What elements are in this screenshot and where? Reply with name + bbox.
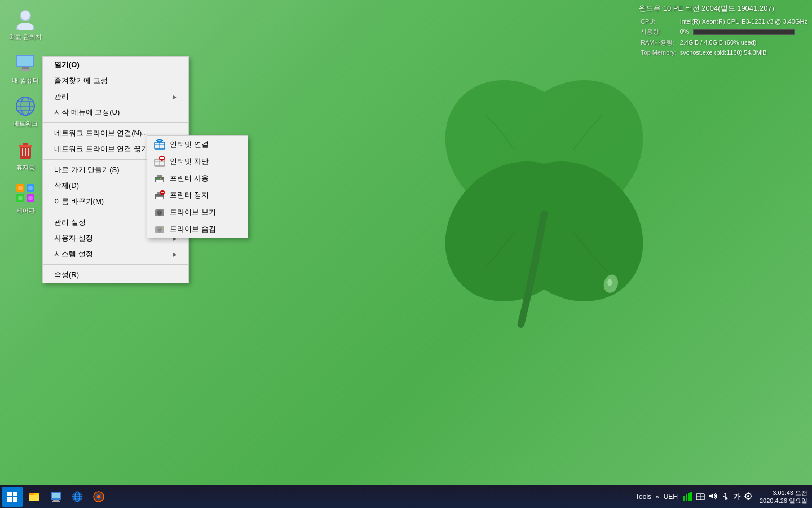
admin-icon-label: 최고 관리자: [9, 33, 42, 41]
svg-point-62: [159, 229, 160, 230]
taskbar-browser2[interactable]: [89, 487, 109, 507]
network-disconnect-icon: [154, 156, 165, 167]
svg-point-33: [18, 196, 23, 200]
svg-rect-65: [13, 492, 17, 496]
cpu-bar-container: [693, 29, 795, 35]
svg-point-99: [747, 495, 749, 497]
svg-point-4: [521, 168, 567, 214]
svg-rect-69: [29, 493, 34, 495]
printer-use-icon: [154, 173, 165, 184]
desktop-icon-control-panel[interactable]: 제어판: [6, 179, 45, 217]
submenu-item-drive-hide[interactable]: 드라이브 숨김: [147, 221, 248, 238]
svg-rect-13: [22, 67, 29, 69]
desktop-icon-trash[interactable]: 휴지통: [6, 136, 45, 174]
ram-value: 2.4GiB / 4.0GiB (60% used): [678, 37, 809, 48]
computer-icon: [14, 51, 37, 74]
submenu: 인터넷 연결 인터넷 차단: [147, 135, 248, 238]
ime-icon[interactable]: 가: [733, 492, 740, 502]
clock-date: 2020.4.26 일요일: [760, 497, 807, 505]
taskbar-right: Tools » UEFI: [636, 489, 810, 505]
drive-hide-icon: [154, 224, 165, 235]
svg-rect-87: [690, 492, 692, 501]
ram-label: RAM사용량:: [639, 37, 678, 48]
svg-rect-86: [688, 493, 690, 501]
trash-icon-label: 휴지통: [16, 163, 35, 172]
cpu-value: Intel(R) Xeon(R) CPU E3-1231 v3 @ 3.40GH…: [678, 16, 809, 27]
desktop-icons: 최고 관리자 내 컴퓨터: [6, 6, 45, 217]
svg-rect-67: [13, 497, 17, 502]
svg-rect-96: [723, 496, 724, 497]
svg-point-6: [607, 279, 612, 286]
control-panel-icon-label: 제어판: [16, 207, 35, 215]
taskbar-clock[interactable]: 3:01:43 오전 2020.4.26 일요일: [760, 489, 807, 505]
svg-rect-47: [157, 178, 159, 179]
svg-rect-73: [53, 500, 59, 501]
svg-point-83: [97, 495, 100, 498]
submenu-item-internet-block[interactable]: 인터넷 차단: [147, 153, 248, 170]
uefi-label[interactable]: UEFI: [664, 493, 679, 501]
settings-icon[interactable]: [744, 492, 753, 502]
svg-rect-72: [52, 493, 60, 498]
taskbar: Tools » UEFI: [0, 485, 812, 508]
network-icon-label: 네트워크: [13, 120, 38, 128]
svg-point-31: [18, 186, 23, 190]
cpu-usage: 0%: [678, 27, 809, 37]
svg-marker-91: [709, 493, 713, 499]
svg-rect-23: [23, 143, 28, 145]
start-button[interactable]: [2, 487, 23, 507]
svg-rect-45: [157, 175, 162, 177]
desktop-icon-computer[interactable]: 내 컴퓨터: [6, 49, 45, 87]
trash-icon: [14, 138, 37, 161]
svg-marker-93: [723, 493, 727, 494]
taskbar-browser[interactable]: [67, 487, 87, 507]
system-title: 윈도우 10 PE 버전 2004(빌드 19041.207): [639, 3, 809, 14]
menu-item-manage[interactable]: 관리 ▶: [43, 89, 188, 104]
top-memory-value: svchost.exe (pid:1180) 54.3MiB: [678, 47, 809, 58]
top-memory-label: Top Memory:: [639, 47, 678, 58]
network-connect-icon: [154, 139, 165, 150]
svg-rect-66: [7, 497, 12, 502]
printer-stop-icon: [154, 190, 165, 201]
svg-rect-58: [162, 211, 163, 211]
admin-icon: [14, 8, 37, 30]
svg-point-34: [28, 196, 33, 200]
cpu-label: CPU:: [639, 16, 678, 27]
menu-arrow-manage: ▶: [173, 94, 177, 100]
menu-separator-1: [43, 122, 188, 123]
taskbar-file-explorer[interactable]: [24, 487, 45, 507]
network-tray-icon[interactable]: [696, 492, 705, 502]
svg-rect-14: [20, 69, 31, 71]
volume-icon[interactable]: [708, 492, 717, 502]
svg-rect-46: [156, 180, 163, 183]
svg-rect-12: [17, 56, 33, 66]
menu-separator-4: [43, 264, 188, 265]
menu-item-pin-favorites[interactable]: 즐겨찾기에 고정: [43, 73, 188, 89]
desktop-icon-network[interactable]: 네트워크: [6, 93, 45, 130]
clock-time: 3:01:43 오전: [760, 489, 807, 497]
svg-rect-48: [160, 178, 161, 179]
menu-item-open[interactable]: 열기(O): [43, 57, 188, 73]
resource-monitor-icon[interactable]: [683, 492, 692, 502]
svg-rect-85: [686, 494, 687, 501]
desktop-icon-admin[interactable]: 최고 관리자: [6, 6, 45, 43]
svg-rect-84: [683, 496, 685, 501]
menu-item-system-settings[interactable]: 시스템 설정 ▶: [43, 246, 188, 262]
system-info-panel: 윈도우 10 PE 버전 2004(빌드 19041.207) CPU: Int…: [639, 3, 809, 58]
menu-item-properties[interactable]: 속성(R): [43, 267, 188, 283]
desktop: 윈도우 10 PE 버전 2004(빌드 19041.207) CPU: Int…: [0, 0, 812, 508]
tools-expand-icon[interactable]: »: [656, 494, 659, 500]
control-panel-icon: [14, 182, 37, 204]
taskbar-management[interactable]: [46, 487, 66, 507]
clover-decoration: [361, 34, 727, 429]
system-tray: 가: [683, 492, 753, 502]
usage-label: 사용량:: [639, 27, 678, 37]
submenu-item-printer-stop[interactable]: 프린터 정지: [147, 187, 248, 204]
network-icon: [14, 95, 37, 117]
submenu-item-drive-view[interactable]: 드라이브 보기: [147, 204, 248, 221]
submenu-item-printer-use[interactable]: 프린터 사용: [147, 170, 248, 187]
svg-rect-74: [52, 501, 60, 502]
usb-icon[interactable]: [721, 492, 730, 502]
tools-label[interactable]: Tools: [636, 493, 651, 501]
menu-item-pin-start[interactable]: 시작 메뉴에 고정(U): [43, 104, 188, 120]
submenu-item-internet-connect[interactable]: 인터넷 연결: [147, 136, 248, 153]
